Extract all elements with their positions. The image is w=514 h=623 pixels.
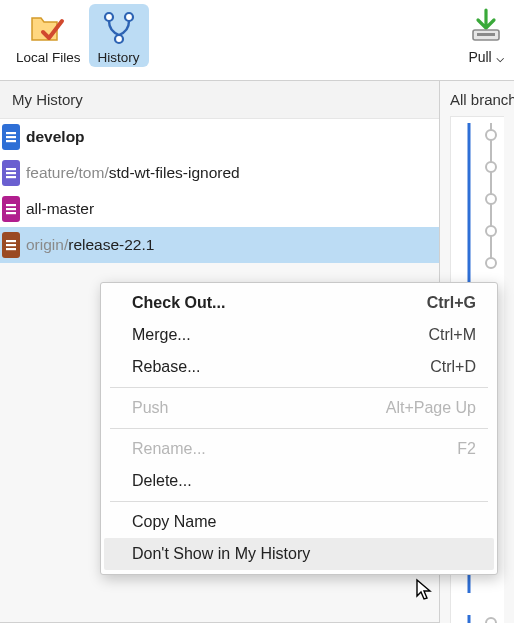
menu-item-shortcut: Ctrl+G bbox=[427, 294, 476, 312]
menu-separator bbox=[110, 428, 488, 429]
branch-tag-icon bbox=[2, 196, 20, 222]
menu-item-label: Copy Name bbox=[132, 513, 216, 531]
svg-point-24 bbox=[486, 618, 496, 623]
branch-row[interactable]: feature/tom/std-wt-files-ignored bbox=[0, 155, 439, 191]
svg-rect-11 bbox=[6, 208, 16, 210]
history-label: History bbox=[98, 50, 140, 65]
branch-graph-icon bbox=[100, 8, 138, 48]
branch-name: origin/release-22.1 bbox=[26, 236, 154, 254]
menu-item: PushAlt+Page Up bbox=[104, 392, 494, 424]
branch-tag-icon bbox=[2, 160, 20, 186]
svg-rect-10 bbox=[6, 204, 16, 206]
menu-item-label: Delete... bbox=[132, 472, 192, 490]
all-branches-title: All branches bbox=[450, 91, 504, 108]
svg-point-1 bbox=[125, 13, 133, 21]
menu-item-shortcut: F2 bbox=[457, 440, 476, 458]
svg-rect-13 bbox=[6, 240, 16, 242]
menu-item-label: Check Out... bbox=[132, 294, 225, 312]
menu-separator bbox=[110, 501, 488, 502]
svg-rect-4 bbox=[6, 132, 16, 134]
branch-name: develop bbox=[26, 128, 85, 146]
pull-icon bbox=[468, 8, 504, 49]
menu-item-shortcut: Alt+Page Up bbox=[386, 399, 476, 417]
svg-point-21 bbox=[486, 194, 496, 204]
svg-point-19 bbox=[486, 130, 496, 140]
menu-item-shortcut: Ctrl+D bbox=[430, 358, 476, 376]
menu-item-label: Merge... bbox=[132, 326, 191, 344]
menu-item-label: Rebase... bbox=[132, 358, 200, 376]
svg-point-20 bbox=[486, 162, 496, 172]
toolbar: Local Files History Pull ⌵ bbox=[0, 0, 514, 80]
svg-rect-14 bbox=[6, 244, 16, 246]
menu-item[interactable]: Rebase...Ctrl+D bbox=[104, 351, 494, 383]
menu-item[interactable]: Delete... bbox=[104, 465, 494, 497]
my-history-title: My History bbox=[0, 81, 439, 119]
pull-label: Pull ⌵ bbox=[468, 49, 503, 65]
menu-item-label: Push bbox=[132, 399, 168, 417]
svg-rect-7 bbox=[6, 168, 16, 170]
chevron-down-icon: ⌵ bbox=[496, 49, 504, 65]
svg-rect-8 bbox=[6, 172, 16, 174]
menu-item: Rename...F2 bbox=[104, 433, 494, 465]
svg-point-0 bbox=[105, 13, 113, 21]
svg-point-2 bbox=[115, 35, 123, 43]
menu-item[interactable]: Merge...Ctrl+M bbox=[104, 319, 494, 351]
branch-name: feature/tom/std-wt-files-ignored bbox=[26, 164, 240, 182]
branch-row[interactable]: develop bbox=[0, 119, 439, 155]
svg-rect-3 bbox=[477, 33, 495, 36]
branch-context-menu[interactable]: Check Out...Ctrl+GMerge...Ctrl+MRebase..… bbox=[100, 282, 498, 575]
branch-row[interactable]: origin/release-22.1 bbox=[0, 227, 439, 263]
svg-point-23 bbox=[486, 258, 496, 268]
svg-rect-9 bbox=[6, 176, 16, 178]
svg-rect-5 bbox=[6, 136, 16, 138]
menu-item-label: Rename... bbox=[132, 440, 206, 458]
branch-list: developfeature/tom/std-wt-files-ignoreda… bbox=[0, 119, 439, 263]
local-files-label: Local Files bbox=[16, 50, 81, 65]
menu-item-label: Don't Show in My History bbox=[132, 545, 310, 563]
branch-row[interactable]: all-master bbox=[0, 191, 439, 227]
menu-item[interactable]: Check Out...Ctrl+G bbox=[104, 287, 494, 319]
menu-item[interactable]: Don't Show in My History bbox=[104, 538, 494, 570]
local-files-button[interactable]: Local Files bbox=[8, 4, 89, 67]
branch-tag-icon bbox=[2, 124, 20, 150]
svg-rect-6 bbox=[6, 140, 16, 142]
menu-separator bbox=[110, 387, 488, 388]
folder-check-icon bbox=[29, 8, 67, 48]
pull-button[interactable]: Pull ⌵ bbox=[466, 4, 506, 67]
history-button[interactable]: History bbox=[89, 4, 149, 67]
branch-name: all-master bbox=[26, 200, 94, 218]
menu-item[interactable]: Copy Name bbox=[104, 506, 494, 538]
svg-point-22 bbox=[486, 226, 496, 236]
menu-item-shortcut: Ctrl+M bbox=[428, 326, 476, 344]
svg-rect-12 bbox=[6, 212, 16, 214]
branch-tag-icon bbox=[2, 232, 20, 258]
svg-rect-15 bbox=[6, 248, 16, 250]
